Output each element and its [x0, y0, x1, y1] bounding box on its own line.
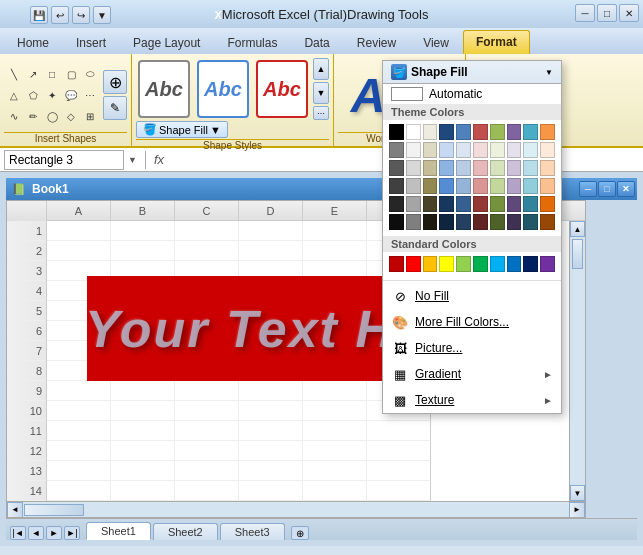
cell-i12[interactable] — [367, 441, 431, 461]
cell-i11[interactable] — [367, 421, 431, 441]
tc-6-3[interactable] — [423, 214, 438, 230]
name-box-arrow[interactable]: ▼ — [128, 155, 137, 165]
cell-c11[interactable] — [175, 421, 239, 441]
restore-button[interactable]: □ — [597, 4, 617, 22]
cell-b14[interactable] — [111, 481, 175, 501]
h-scrollbar-thumb[interactable] — [24, 504, 84, 516]
cell-e11[interactable] — [303, 421, 367, 441]
cell-i14[interactable] — [367, 481, 431, 501]
col-header-e[interactable]: E — [303, 201, 367, 221]
minimize-button[interactable]: ─ — [575, 4, 595, 22]
shape-styles-scroll-up[interactable]: ▲ — [313, 58, 329, 80]
cell-a2[interactable] — [47, 241, 111, 261]
tc-3-10[interactable] — [540, 160, 555, 176]
tc-6-5[interactable] — [456, 214, 471, 230]
cell-d11[interactable] — [239, 421, 303, 441]
tc-4-9[interactable] — [523, 178, 538, 194]
tab-format[interactable]: Format — [463, 30, 530, 54]
inner-close-button[interactable]: ✕ — [617, 181, 635, 197]
sheet-tab-sheet3[interactable]: Sheet3 — [220, 523, 285, 540]
sc-orange[interactable] — [423, 256, 438, 272]
tc-5-8[interactable] — [507, 196, 522, 212]
tc-2-2[interactable] — [406, 142, 421, 158]
tc-5-10[interactable] — [540, 196, 555, 212]
sc-red[interactable] — [406, 256, 421, 272]
tc-5-9[interactable] — [523, 196, 538, 212]
cell-e9[interactable] — [303, 381, 367, 401]
insert-shape-large-icon[interactable]: ⊕ — [103, 70, 127, 94]
tc-6-6[interactable] — [473, 214, 488, 230]
shape-round-rect-icon[interactable]: ▢ — [61, 64, 81, 84]
shape-styles-scroll-down[interactable]: ▼ — [313, 82, 329, 104]
cell-e2[interactable] — [303, 241, 367, 261]
tc-3-6[interactable] — [473, 160, 488, 176]
shape-diamond-icon[interactable]: ◇ — [61, 106, 81, 126]
tab-review[interactable]: Review — [344, 31, 409, 54]
gradient-item[interactable]: ▦ Gradient ► — [383, 361, 561, 387]
tc-2-10[interactable] — [540, 142, 555, 158]
shape-style-blue[interactable]: Abc — [197, 60, 249, 118]
dropdown-header[interactable]: 🪣 Shape Fill ▼ — [383, 61, 561, 84]
col-header-b[interactable]: B — [111, 201, 175, 221]
scroll-down-button[interactable]: ▼ — [570, 485, 585, 501]
shape-style-default[interactable]: Abc — [138, 60, 190, 118]
tc-4-6[interactable] — [473, 178, 488, 194]
col-header-a[interactable]: A — [47, 201, 111, 221]
cell-b9[interactable] — [111, 381, 175, 401]
tc-3-5[interactable] — [456, 160, 471, 176]
color-green[interactable] — [490, 124, 505, 140]
sc-lightblue[interactable] — [490, 256, 505, 272]
horizontal-scrollbar[interactable]: ◄ ► — [7, 501, 585, 517]
tc-5-4[interactable] — [439, 196, 454, 212]
cell-b1[interactable] — [111, 221, 175, 241]
scrollbar-track[interactable] — [570, 237, 585, 485]
shape-freeform-icon[interactable]: ✏ — [23, 106, 43, 126]
tab-formulas[interactable]: Formulas — [214, 31, 290, 54]
sc-yellow[interactable] — [439, 256, 454, 272]
texture-item[interactable]: ▩ Texture ► — [383, 387, 561, 413]
tc-6-1[interactable] — [389, 214, 404, 230]
shape-rect-icon[interactable]: □ — [42, 64, 62, 84]
cell-a1[interactable] — [47, 221, 111, 241]
cell-a14[interactable] — [47, 481, 111, 501]
scroll-up-button[interactable]: ▲ — [570, 221, 585, 237]
cell-e13[interactable] — [303, 461, 367, 481]
tab-home[interactable]: Home — [4, 31, 62, 54]
automatic-row[interactable]: Automatic — [383, 84, 561, 104]
tc-6-10[interactable] — [540, 214, 555, 230]
tc-4-3[interactable] — [423, 178, 438, 194]
sc-purple[interactable] — [540, 256, 555, 272]
shape-arrow-icon[interactable]: ↗ — [23, 64, 43, 84]
shape-line-icon[interactable]: ╲ — [4, 64, 24, 84]
vertical-scrollbar[interactable]: ▲ ▼ — [569, 221, 585, 501]
edit-shape-icon[interactable]: ✎ — [103, 96, 127, 120]
tc-6-9[interactable] — [523, 214, 538, 230]
cell-c9[interactable] — [175, 381, 239, 401]
tab-page-layout[interactable]: Page Layout — [120, 31, 213, 54]
tc-5-1[interactable] — [389, 196, 404, 212]
sc-darkblue[interactable] — [523, 256, 538, 272]
tc-5-6[interactable] — [473, 196, 488, 212]
sheet-first-button[interactable]: |◄ — [10, 526, 26, 540]
redo-button[interactable]: ↪ — [72, 6, 90, 24]
cell-e10[interactable] — [303, 401, 367, 421]
tc-3-3[interactable] — [423, 160, 438, 176]
tc-5-5[interactable] — [456, 196, 471, 212]
inner-restore-button[interactable]: □ — [598, 181, 616, 197]
tc-4-7[interactable] — [490, 178, 505, 194]
cell-e14[interactable] — [303, 481, 367, 501]
more-colors-item[interactable]: 🎨 More Fill Colors... — [383, 309, 561, 335]
cell-d9[interactable] — [239, 381, 303, 401]
cell-a12[interactable] — [47, 441, 111, 461]
dropdown-button[interactable]: ▼ — [93, 6, 111, 24]
h-scrollbar-track[interactable] — [23, 503, 569, 517]
cell-a11[interactable] — [47, 421, 111, 441]
scroll-right-button[interactable]: ► — [569, 502, 585, 518]
cell-d14[interactable] — [239, 481, 303, 501]
tc-6-2[interactable] — [406, 214, 421, 230]
cell-b11[interactable] — [111, 421, 175, 441]
tc-2-9[interactable] — [523, 142, 538, 158]
cell-c2[interactable] — [175, 241, 239, 261]
color-orange[interactable] — [540, 124, 555, 140]
color-purple[interactable] — [507, 124, 522, 140]
